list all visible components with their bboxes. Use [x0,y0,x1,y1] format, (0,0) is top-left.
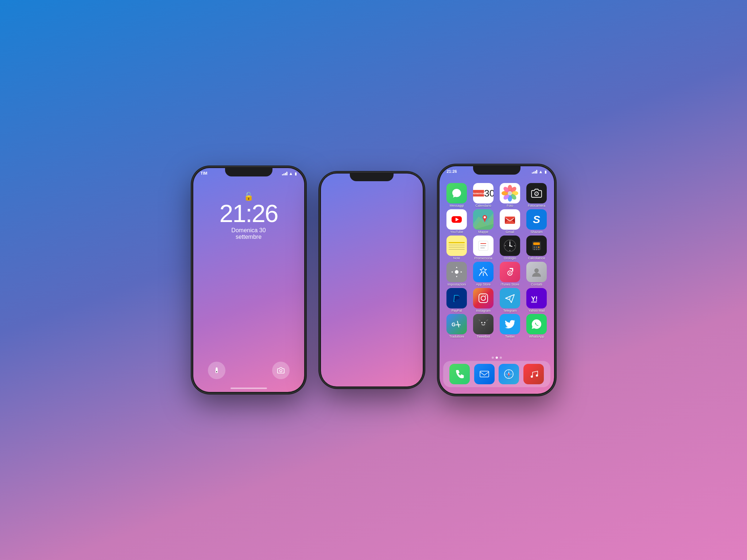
flashlight-button[interactable] [208,362,225,379]
app-appstore[interactable]: App Store [471,262,496,287]
app-maps[interactable]: Mappe [471,209,496,234]
svg-point-12 [508,191,512,195]
contacts-icon [526,262,547,282]
camera-button[interactable] [272,362,290,379]
dot-2 [496,357,498,359]
itunes-icon [500,262,520,282]
paypal-label: PayPal [452,309,462,313]
app-notes[interactable]: Note [444,236,470,260]
lock-bottom-controls [193,362,304,379]
lock-time: 21:26 [219,201,278,226]
app-shazam[interactable]: S Shazam [524,209,550,234]
calendar-header: Domenica [473,190,484,197]
gmail-icon [500,209,520,230]
itunes-svg [504,266,516,278]
photos-label: Foto [507,204,513,208]
app-settings[interactable]: Impostazioni [444,262,470,287]
app-contacts[interactable]: Contatti [524,262,550,287]
youtube-label: YouTube [450,230,463,234]
twitter-label: Twitter [505,335,515,339]
app-translate[interactable]: G Traduttore [444,314,470,339]
wifi-icon: ▲ [289,171,293,176]
camera-label: Fotocamera [528,204,545,208]
signal-bar-4 [286,172,287,175]
twitter-svg [504,318,516,330]
svg-rect-62 [484,327,485,329]
app-calendar[interactable]: Domenica 30 Calendario [471,183,496,208]
app-telegram[interactable]: Telegram [497,288,523,313]
app-twitter[interactable]: Twitter [497,314,523,339]
app-itunes[interactable]: iTunes Store [497,262,523,287]
app-photos[interactable]: Foto [497,183,523,208]
dock-phone[interactable] [449,364,470,384]
dock-mail[interactable] [474,364,495,384]
calendar-date-number: 30 [484,188,494,199]
app-whatsapp[interactable]: WhatsApp [524,314,550,339]
calculator-svg [530,240,543,252]
svg-rect-61 [481,327,483,329]
app-tweetbot[interactable]: Tweetbot [471,314,496,339]
clock-label: Orologio [504,257,516,260]
telegram-svg [504,293,515,304]
calendar-month-label: Domenica [473,192,484,195]
svg-point-14 [536,193,538,195]
svg-point-40 [538,246,539,248]
left-phone: TIM ▲ ▮ 🔓 21:26 Domenica 30 settembre [192,167,305,393]
tweetbot-svg [477,318,489,330]
app-instagram[interactable]: Instagram [471,288,496,313]
app-camera[interactable]: Fotocamera [524,183,550,208]
svg-point-49 [534,268,539,273]
signal-bar-1 [282,174,283,175]
shazam-icon: S [526,209,547,230]
tweetbot-label: Tweetbot [477,335,490,339]
right-phone: 21:26 ▲ ▮ Messag [438,165,555,395]
calculator-icon [526,236,547,256]
svg-point-44 [455,270,458,274]
app-calculator[interactable]: Calcolatrice [524,236,550,260]
phone-svg [454,369,465,380]
yahoomail-svg: Y! [530,292,543,305]
messages-label: Messaggi [450,204,464,208]
app-gmail[interactable]: Gmail [497,209,523,234]
signal-bar-3 [285,173,286,175]
whatsapp-icon [526,314,547,334]
music-svg [528,369,539,380]
dock-safari[interactable] [499,364,519,384]
dot-1 [492,357,494,359]
appstore-svg [477,266,489,278]
notes-label: Note [453,257,460,260]
messages-icon [446,183,467,203]
clock-svg [503,239,516,252]
battery-icon: ▮ [295,172,297,176]
instagram-label: Instagram [476,309,491,313]
svg-rect-54 [531,302,537,303]
app-messages[interactable]: Messaggi [444,183,470,208]
dock-music-icon [523,364,544,384]
svg-point-60 [485,323,485,323]
battery-icon-right: ▮ [545,170,547,174]
yahoomail-icon: Y! [526,288,547,308]
svg-point-38 [534,246,535,248]
svg-point-43 [538,249,539,250]
youtube-icon [446,209,467,230]
app-paypal[interactable]: PayPal [444,288,470,313]
dot-3 [500,357,502,359]
svg-text:G: G [452,322,456,327]
instagram-svg [478,293,489,304]
app-youtube[interactable]: YouTube [444,209,470,234]
time-display: 21:26 Domenica 30 settembre [219,201,278,240]
app-yahoomail[interactable]: Y! Yahoo Mail [524,288,550,313]
app-clock[interactable]: Orologio [497,236,523,260]
telegram-label: Telegram [503,309,516,313]
svg-point-41 [534,249,535,250]
svg-rect-47 [512,269,513,272]
flashlight-icon [213,367,220,374]
appstore-label: App Store [476,283,491,287]
whatsapp-svg [531,318,542,330]
dock-music[interactable] [523,364,544,384]
contacts-label: Contatti [531,283,542,287]
app-reminders[interactable]: Promemoria [471,236,496,260]
home-screen: 21:26 ▲ ▮ Messag [440,166,554,394]
svg-point-21 [484,216,486,218]
page-dots [492,357,502,359]
